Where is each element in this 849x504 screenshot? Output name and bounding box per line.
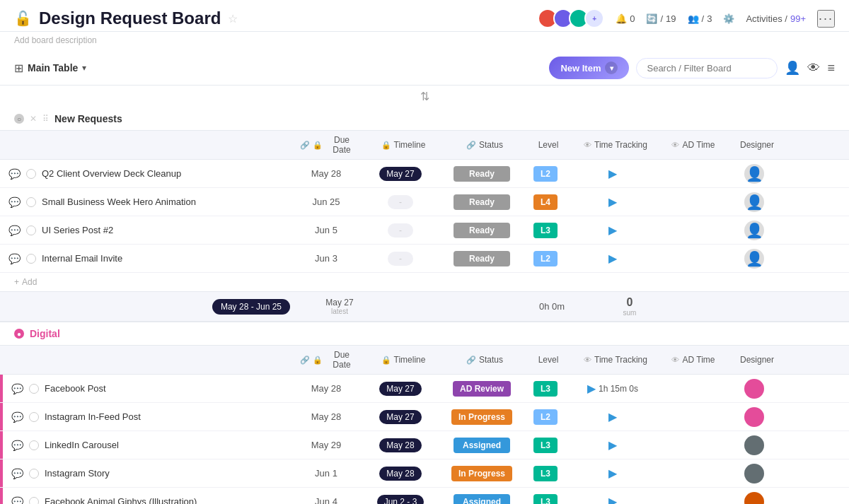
play-button[interactable]: ▶ <box>608 252 617 265</box>
row-due-date[interactable]: Jun 25 <box>294 194 358 210</box>
star-icon[interactable]: ☆ <box>228 12 238 25</box>
col-header-ad-time-d[interactable]: 👁 AD Time <box>658 351 729 369</box>
row-timeline[interactable]: May 28 <box>358 435 443 455</box>
group-collapse-icon-digital[interactable]: ● <box>14 329 24 339</box>
comment-icon[interactable]: 💬 <box>8 197 21 208</box>
row-status[interactable]: AD Review <box>443 378 521 399</box>
row-due-date[interactable]: May 29 <box>294 437 358 453</box>
row-status[interactable]: Ready <box>443 220 521 241</box>
play-button[interactable]: ▶ <box>608 167 617 180</box>
filter-button[interactable]: ≡ <box>827 61 835 76</box>
row-due-date[interactable]: Jun 5 <box>294 222 358 238</box>
row-status[interactable]: In Progress <box>443 463 521 484</box>
row-status[interactable]: Ready <box>443 248 521 269</box>
row-due-date[interactable]: May 28 <box>294 380 358 397</box>
row-level[interactable]: L2 <box>521 163 570 184</box>
row-checkbox[interactable] <box>26 169 36 179</box>
row-checkbox[interactable] <box>29 497 39 505</box>
add-item-row[interactable]: + Add <box>0 273 849 291</box>
row-status[interactable]: In Progress <box>443 406 521 428</box>
row-checkbox[interactable] <box>29 384 39 394</box>
update-stat[interactable]: 🔄 / 19 <box>646 13 676 24</box>
eye-filter-button[interactable]: 👁 <box>807 61 820 76</box>
row-level[interactable]: L3 <box>521 220 570 241</box>
col-header-status-d[interactable]: 🔗 Status <box>446 351 524 369</box>
board-description[interactable]: Add board description <box>14 35 97 45</box>
play-button[interactable]: ▶ <box>608 467 617 480</box>
comment-icon[interactable]: 💬 <box>8 225 21 236</box>
col-header-time-tracking-d[interactable]: 👁 Time Tracking <box>573 351 658 369</box>
row-timeline[interactable]: May 27 <box>358 379 443 399</box>
col-header-status[interactable]: 🔗 Status <box>446 136 524 154</box>
row-checkbox[interactable] <box>29 440 39 450</box>
new-item-button[interactable]: New Item ▾ <box>549 57 629 79</box>
row-level[interactable]: L2 <box>521 406 570 428</box>
comment-icon[interactable]: 💬 <box>11 496 23 505</box>
col-header-level[interactable]: Level <box>524 136 573 154</box>
play-button[interactable]: ▶ <box>608 438 617 452</box>
group-collapse-icon[interactable]: ○ <box>14 114 24 124</box>
row-checkbox[interactable] <box>29 412 39 422</box>
row-level[interactable]: L3 <box>521 463 570 484</box>
collapse-toggle-button[interactable]: ⇅ <box>420 90 429 103</box>
notification-stat[interactable]: 🔔 0 <box>616 13 635 24</box>
table-dropdown-chevron[interactable]: ▾ <box>82 63 86 73</box>
row-timeline[interactable]: - <box>358 221 443 240</box>
row-timeline[interactable]: - <box>358 249 443 269</box>
col-header-time-tracking[interactable]: 👁 Time Tracking <box>573 136 658 154</box>
group-drag-handle[interactable]: ⠿ <box>42 114 49 124</box>
row-status[interactable]: Assigned <box>443 491 521 505</box>
avatar-count[interactable]: + <box>584 8 604 28</box>
row-level[interactable]: L3 <box>521 491 570 505</box>
row-level[interactable]: L3 <box>521 435 570 456</box>
col-header-level-d[interactable]: Level <box>524 351 573 369</box>
avatar-group[interactable]: + <box>538 8 604 28</box>
comment-icon[interactable]: 💬 <box>11 440 23 451</box>
row-due-date[interactable]: Jun 1 <box>294 465 358 481</box>
row-timeline[interactable]: May 28 <box>358 464 443 484</box>
row-level[interactable]: L4 <box>521 192 570 213</box>
activities-stat[interactable]: Activities / 99+ <box>746 13 806 24</box>
play-button[interactable]: ▶ <box>608 195 617 209</box>
comment-icon[interactable]: 💬 <box>11 383 23 394</box>
row-timeline[interactable]: May 27 <box>358 164 443 184</box>
comment-icon[interactable]: 💬 <box>8 168 21 180</box>
row-due-date[interactable]: Jun 4 <box>294 493 358 504</box>
row-status[interactable]: Ready <box>443 163 521 184</box>
row-checkbox[interactable] <box>26 225 36 235</box>
comment-icon[interactable]: 💬 <box>11 468 23 479</box>
row-due-date[interactable]: May 28 <box>294 165 358 182</box>
col-header-timeline-d[interactable]: 🔒 Timeline <box>361 351 446 369</box>
col-header-ad-time[interactable]: 👁 AD Time <box>658 136 729 154</box>
comment-icon[interactable]: 💬 <box>8 253 21 264</box>
row-status[interactable]: Assigned <box>443 435 521 456</box>
comment-icon[interactable]: 💬 <box>11 411 23 423</box>
row-due-date[interactable]: May 28 <box>294 409 358 425</box>
more-options-button[interactable]: ··· <box>817 10 835 28</box>
play-button[interactable]: ▶ <box>608 223 617 237</box>
group-close-icon[interactable]: ✕ <box>30 114 37 124</box>
row-level[interactable]: L3 <box>521 378 570 399</box>
col-header-designer-d[interactable]: Designer <box>729 351 785 369</box>
row-timeline[interactable]: - <box>358 192 443 212</box>
row-checkbox[interactable] <box>26 197 36 207</box>
row-checkbox[interactable] <box>29 469 39 479</box>
col-header-designer[interactable]: Designer <box>729 136 785 154</box>
col-header-timeline[interactable]: 🔒 Timeline <box>361 136 446 154</box>
integration-icon-btn[interactable]: ⚙️ <box>723 13 734 24</box>
user-filter-button[interactable]: 👤 <box>785 60 800 76</box>
play-button[interactable]: ▶ <box>587 382 596 395</box>
col-header-due-date-d[interactable]: 🔗 🔒 Due Date <box>297 346 361 374</box>
new-item-dropdown-arrow[interactable]: ▾ <box>605 61 618 74</box>
col-header-due-date[interactable]: 🔗 🔒 Due Date <box>297 131 361 159</box>
play-button[interactable]: ▶ <box>608 495 617 504</box>
row-timeline[interactable]: Jun 2 - 3 <box>358 492 443 505</box>
search-input[interactable] <box>636 58 778 78</box>
row-due-date[interactable]: Jun 3 <box>294 250 358 266</box>
member-stat[interactable]: 👥 / 3 <box>688 13 712 24</box>
row-checkbox[interactable] <box>26 254 36 264</box>
row-timeline[interactable]: May 27 <box>358 407 443 427</box>
row-status[interactable]: Ready <box>443 192 521 213</box>
play-button[interactable]: ▶ <box>608 410 617 423</box>
row-level[interactable]: L2 <box>521 248 570 269</box>
